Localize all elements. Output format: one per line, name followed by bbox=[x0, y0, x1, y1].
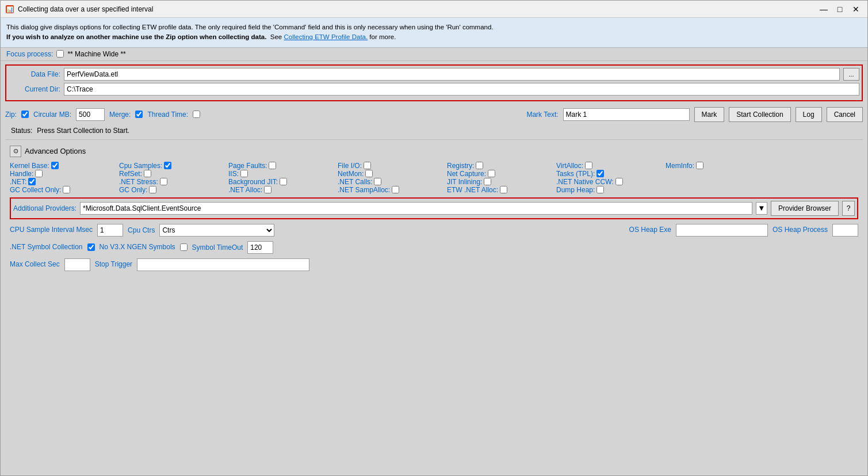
net-symbol-checkbox[interactable] bbox=[87, 243, 95, 251]
symbol-timeout-label[interactable]: Symbol TimeOut bbox=[192, 243, 243, 252]
additional-providers-input[interactable] bbox=[80, 202, 752, 215]
symbol-row: .NET Symbol Collection No V3.X NGEN Symb… bbox=[10, 241, 858, 254]
data-file-label[interactable]: Data File: bbox=[9, 70, 60, 78]
symbol-timeout-input[interactable] bbox=[247, 241, 273, 254]
etw-dotnet-alloc-checkbox[interactable] bbox=[500, 186, 507, 193]
refset-checkbox[interactable] bbox=[144, 170, 151, 177]
thread-time-label[interactable]: Thread Time: bbox=[147, 111, 188, 119]
kernel-base-checkbox[interactable] bbox=[51, 162, 59, 169]
focus-checkbox[interactable] bbox=[56, 50, 64, 58]
providers-dropdown-button[interactable]: ▼ bbox=[756, 202, 767, 215]
cpu-interval-input[interactable] bbox=[97, 224, 123, 237]
virt-alloc-checkbox[interactable] bbox=[585, 162, 592, 169]
jit-inlining-checkbox[interactable] bbox=[484, 178, 491, 185]
mem-info-checkbox[interactable] bbox=[696, 162, 703, 169]
opt-kernel-base: Kernel Base: bbox=[10, 162, 119, 170]
current-dir-row: Current Dir: bbox=[9, 83, 859, 96]
thread-time-checkbox[interactable] bbox=[193, 111, 200, 118]
advanced-header: ⊙ Advanced Options bbox=[10, 146, 858, 157]
dotnet-native-ccw-checkbox[interactable] bbox=[615, 178, 623, 185]
options-row-2: Handle: RefSet: IIS: NetMon: Net Capture… bbox=[10, 170, 858, 178]
focus-value: ** Machine Wide ** bbox=[67, 50, 125, 58]
net-capture-checkbox[interactable] bbox=[488, 170, 495, 177]
start-collection-button[interactable]: Start Collection bbox=[729, 107, 790, 122]
cpu-ctrs-select[interactable]: Ctrs bbox=[159, 224, 274, 237]
browse-button[interactable]: ... bbox=[843, 68, 859, 81]
max-collect-row: Max Collect Sec Stop Trigger bbox=[10, 258, 858, 271]
no-v3-checkbox[interactable] bbox=[180, 243, 188, 251]
mark-text-label[interactable]: Mark Text: bbox=[526, 111, 558, 119]
providers-help-button[interactable]: ? bbox=[842, 201, 855, 216]
registry-checkbox[interactable] bbox=[476, 162, 483, 169]
title-bar: 📊 Collecting data over a user specified … bbox=[1, 1, 867, 18]
info-link[interactable]: Collecting ETW Profile Data. bbox=[284, 33, 368, 40]
merge-checkbox[interactable] bbox=[135, 111, 143, 118]
background-jit-checkbox[interactable] bbox=[280, 178, 287, 185]
tasks-tpl-checkbox[interactable] bbox=[596, 170, 604, 177]
opt-jit-inlining: JIT Inlining: bbox=[447, 178, 556, 186]
stop-trigger-input[interactable] bbox=[137, 258, 309, 271]
dotnet-checkbox[interactable] bbox=[28, 178, 36, 185]
no-v3-label[interactable]: No V3.X NGEN Symbols bbox=[100, 243, 175, 252]
opt-etw-dotnet-alloc: ETW .NET Alloc: bbox=[447, 186, 556, 194]
opt-page-faults: Page Faults: bbox=[228, 162, 338, 170]
opt-registry: Registry: bbox=[447, 162, 556, 170]
merge-label[interactable]: Merge: bbox=[109, 111, 131, 119]
additional-providers-label[interactable]: Additional Providers: bbox=[13, 204, 77, 212]
mark-text-input[interactable] bbox=[563, 108, 690, 121]
cancel-button[interactable]: Cancel bbox=[827, 107, 863, 122]
os-heap-exe-input[interactable] bbox=[676, 224, 768, 237]
opt-dotnet-samp-alloc: .NET SampAlloc: bbox=[338, 186, 447, 194]
log-button[interactable]: Log bbox=[796, 107, 822, 122]
advanced-section: ⊙ Advanced Options Kernel Base: Cpu Samp… bbox=[5, 142, 863, 275]
circular-mb-label[interactable]: Circular MB: bbox=[33, 111, 71, 119]
additional-providers-row: Additional Providers: ▼ Provider Browser… bbox=[10, 197, 858, 219]
dotnet-stress-checkbox[interactable] bbox=[160, 178, 167, 185]
max-collect-input[interactable] bbox=[64, 258, 90, 271]
dotnet-alloc-checkbox[interactable] bbox=[264, 186, 272, 193]
zip-label[interactable]: Zip: bbox=[5, 111, 17, 119]
netmon-checkbox[interactable] bbox=[365, 170, 373, 177]
zip-checkbox[interactable] bbox=[21, 111, 29, 118]
handle-checkbox[interactable] bbox=[35, 170, 43, 177]
iis-checkbox[interactable] bbox=[240, 170, 248, 177]
data-file-input[interactable] bbox=[64, 68, 840, 81]
opt-gc-collect-only: GC Collect Only: bbox=[10, 186, 119, 194]
close-button[interactable]: ✕ bbox=[849, 3, 863, 15]
current-dir-label[interactable]: Current Dir: bbox=[9, 85, 60, 93]
opt-net-capture: Net Capture: bbox=[447, 170, 556, 178]
file-io-checkbox[interactable] bbox=[364, 162, 371, 169]
dotnet-samp-alloc-checkbox[interactable] bbox=[392, 186, 399, 193]
collapse-button[interactable]: ⊙ bbox=[10, 146, 21, 157]
net-symbol-label[interactable]: .NET Symbol Collection bbox=[10, 243, 83, 252]
os-heap-process-input[interactable] bbox=[832, 224, 858, 237]
page-faults-checkbox[interactable] bbox=[269, 162, 276, 169]
opt-refset: RefSet: bbox=[119, 170, 228, 178]
dotnet-calls-checkbox[interactable] bbox=[374, 178, 381, 185]
dump-heap-checkbox[interactable] bbox=[596, 186, 604, 193]
minimize-button[interactable]: — bbox=[817, 3, 831, 15]
os-heap-process-label[interactable]: OS Heap Process bbox=[773, 226, 828, 235]
opt-iis: IIS: bbox=[228, 170, 338, 178]
maximize-button[interactable]: □ bbox=[833, 3, 847, 15]
toolbar-row: Zip: Circular MB: Merge: Thread Time: Ma… bbox=[5, 105, 863, 124]
circular-mb-input[interactable] bbox=[76, 108, 105, 121]
opt-dump-heap: Dump Heap: bbox=[556, 186, 666, 194]
stop-trigger-label[interactable]: Stop Trigger bbox=[95, 260, 132, 269]
mark-button[interactable]: Mark bbox=[694, 107, 725, 122]
max-collect-label[interactable]: Max Collect Sec bbox=[10, 260, 60, 269]
cpu-samples-checkbox[interactable] bbox=[164, 162, 171, 169]
cpu-ctrs-label[interactable]: Cpu Ctrs bbox=[128, 226, 155, 234]
gc-collect-only-checkbox[interactable] bbox=[63, 186, 70, 193]
focus-row: Focus process: ** Machine Wide ** bbox=[1, 48, 867, 61]
gc-only-checkbox[interactable] bbox=[149, 186, 156, 193]
cpu-interval-label[interactable]: CPU Sample Interval Msec bbox=[10, 226, 93, 235]
os-heap-exe-label[interactable]: OS Heap Exe bbox=[629, 226, 671, 235]
focus-label[interactable]: Focus process: bbox=[6, 50, 53, 58]
info-line1: This dialog give displays options for co… bbox=[6, 22, 862, 32]
opt-dotnet-stress: .NET Stress: bbox=[119, 178, 228, 186]
opt-tasks-tpl: Tasks (TPL): bbox=[556, 170, 666, 178]
current-dir-input[interactable] bbox=[64, 83, 859, 96]
opt-netmon: NetMon: bbox=[338, 170, 447, 178]
provider-browser-button[interactable]: Provider Browser bbox=[771, 201, 839, 216]
